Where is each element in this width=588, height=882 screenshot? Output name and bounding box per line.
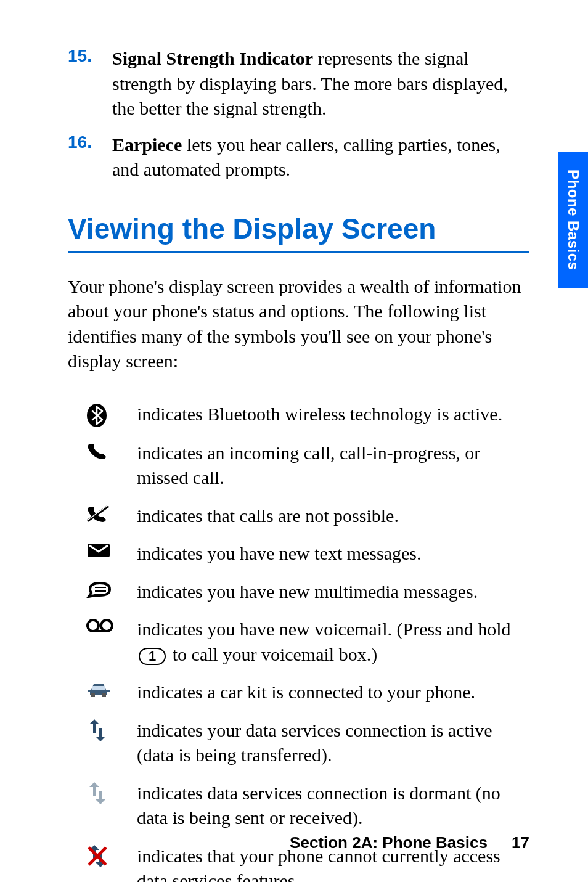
icon-row-car-kit: indicates a car kit is connected to your…	[86, 680, 529, 705]
item-number: 15.	[68, 46, 112, 121]
icon-row-no-call: indicates that calls are not possible.	[86, 504, 529, 529]
icon-description: indicates you have new multimedia messag…	[137, 579, 478, 605]
icon-row-text-message: indicates you have new text messages.	[86, 541, 529, 566]
page-footer: Section 2A: Phone Basics 17	[290, 833, 529, 852]
bluetooth-icon	[86, 402, 137, 428]
icon-row-call: indicates an incoming call, call-in-prog…	[86, 441, 529, 491]
icon-description: indicates you have new voicemail. (Press…	[137, 617, 529, 667]
section-heading: Viewing the Display Screen	[68, 212, 529, 245]
icon-definition-list: indicates Bluetooth wireless technology …	[68, 402, 529, 883]
car-kit-icon	[86, 680, 137, 698]
svg-point-6	[88, 620, 99, 631]
side-tab: Phone Basics	[558, 152, 588, 288]
data-dormant-icon	[86, 781, 137, 804]
voicemail-icon	[86, 617, 137, 633]
icon-description: indicates an incoming call, call-in-prog…	[137, 441, 529, 491]
footer-section-label: Section 2A: Phone Basics	[290, 833, 488, 852]
item-term: Earpiece	[112, 134, 182, 155]
no-call-icon	[86, 504, 137, 523]
icon-row-data-dormant: indicates data services connection is do…	[86, 781, 529, 831]
icon-row-mms-message: indicates you have new multimedia messag…	[86, 579, 529, 605]
item-body: Signal Strength Indicator represents the…	[112, 46, 529, 121]
data-active-icon	[86, 718, 137, 741]
intro-paragraph: Your phone's display screen provides a w…	[68, 274, 529, 374]
numbered-item-15: 15. Signal Strength Indicator represents…	[68, 46, 529, 121]
call-icon	[86, 441, 137, 460]
icon-description: indicates your data services connection …	[137, 718, 529, 768]
footer-page-number: 17	[512, 833, 529, 852]
icon-description: indicates you have new text messages.	[137, 541, 422, 566]
mms-message-icon	[86, 579, 137, 598]
item-body: Earpiece lets you hear callers, calling …	[112, 133, 529, 182]
voicemail-desc-pre: indicates you have new voicemail. (Press…	[137, 619, 511, 639]
item-number: 16.	[68, 133, 112, 182]
svg-point-7	[101, 620, 112, 631]
numbered-list: 15. Signal Strength Indicator represents…	[68, 46, 529, 182]
svg-rect-10	[102, 693, 106, 697]
icon-description: indicates that calls are not possible.	[137, 504, 399, 529]
icon-description: indicates a car kit is connected to your…	[137, 680, 475, 705]
data-unavailable-icon	[86, 844, 137, 867]
svg-rect-11	[92, 686, 105, 690]
icon-description: indicates Bluetooth wireless technology …	[137, 402, 502, 427]
svg-rect-9	[91, 693, 95, 697]
numbered-item-16: 16. Earpiece lets you hear callers, call…	[68, 133, 529, 182]
icon-row-voicemail: indicates you have new voicemail. (Press…	[86, 617, 529, 667]
icon-description: indicates data services connection is do…	[137, 781, 529, 831]
key-1-icon: 1	[139, 648, 166, 665]
text-message-icon	[86, 541, 137, 558]
heading-rule	[68, 251, 529, 253]
icon-row-data-active: indicates your data services connection …	[86, 718, 529, 768]
side-tab-label: Phone Basics	[565, 169, 582, 270]
item-term: Signal Strength Indicator	[112, 48, 313, 68]
voicemail-desc-post: to call your voicemail box.)	[168, 644, 377, 664]
icon-row-bluetooth: indicates Bluetooth wireless technology …	[86, 402, 529, 428]
